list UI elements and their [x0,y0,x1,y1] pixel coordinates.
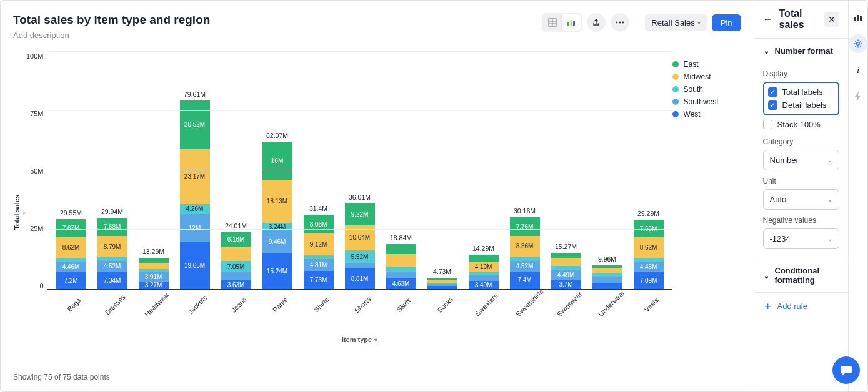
negative-select[interactable]: -1234 ⌄ [763,228,839,249]
bar-segment[interactable]: 4.19M [469,262,499,272]
bar-segment[interactable]: 7.34M [97,272,127,289]
bar-segment[interactable] [469,275,499,280]
bar-segment[interactable] [469,255,499,262]
bar-segment[interactable]: 16M [262,142,292,180]
bar-segment[interactable] [551,258,581,266]
bar-segment[interactable]: 3.63M [221,280,251,289]
description-placeholder[interactable]: Add description [13,31,210,40]
bar-segment[interactable] [427,286,457,289]
checkbox-stack-100[interactable]: Stack 100% [763,118,839,131]
bar-segment[interactable]: 4.81M [304,259,334,270]
rail-settings-button[interactable] [849,34,867,53]
bar-segment[interactable]: 3.91M [139,272,169,282]
bar-column[interactable]: 18.84M4.63M [386,234,416,289]
bar-segment[interactable]: 7.09M [634,272,664,289]
bar-segment[interactable]: 4.49M [551,270,581,280]
legend-item[interactable]: East [672,60,741,69]
bar-segment[interactable] [221,272,251,280]
bar-segment[interactable]: 4.48M [634,262,664,272]
bar-column[interactable]: 14.29M3.49M4.19M [469,245,499,289]
bar-segment[interactable]: 4.46M [56,262,86,272]
bar-segment[interactable] [386,267,416,272]
bar-segment[interactable]: 8.06M [304,215,334,234]
bar-segment[interactable] [386,254,416,267]
bar-segment[interactable] [139,258,169,263]
bar-segment[interactable]: 7.73M [304,271,334,289]
bar-segment[interactable]: 19.65M [180,242,210,289]
bar-segment[interactable]: 7.2M [56,272,86,289]
bar-segment[interactable]: 4.26M [180,204,210,214]
checkbox-detail-labels[interactable]: ✓ Detail labels [768,99,834,112]
bar-segment[interactable]: 3.7M [551,280,581,289]
bar-segment[interactable]: 23.17M [180,149,210,204]
rail-info-button[interactable]: i [849,61,867,79]
bar-segment[interactable]: 15.24M [262,253,292,289]
dataset-dropdown[interactable]: Retail Sales ▾ [645,14,706,31]
bar-segment[interactable]: 7.4M [510,272,540,289]
back-button[interactable]: ← [763,14,773,25]
bar-column[interactable]: 24.01M3.63M7.05M6.16M [221,222,251,289]
legend-item[interactable]: South [672,85,741,94]
legend-item[interactable]: Midwest [672,72,741,81]
bar-segment[interactable] [386,272,416,278]
rail-chart-button[interactable] [849,8,867,27]
more-button[interactable] [611,13,629,32]
chat-fab[interactable] [832,356,860,384]
bar-segment[interactable]: 8.79M [97,236,127,257]
bar-segment[interactable]: 12M [180,214,210,243]
bar-segment[interactable]: 7.05M [221,261,251,272]
bar-column[interactable]: 36.01M8.81M5.52M10.64M9.22M [345,194,375,289]
bar-segment[interactable]: 8.62M [634,237,664,258]
bar-segment[interactable] [592,268,622,274]
bar-segment[interactable]: 4.52M [97,261,127,272]
legend-item[interactable]: West [672,110,741,119]
bar-segment[interactable]: 4.63M [386,278,416,289]
bar-column[interactable]: 13.29M3.27M3.91M [139,248,169,289]
bar-segment[interactable] [221,247,251,261]
bar-segment[interactable]: 7.68M [97,218,127,236]
bar-segment[interactable] [592,283,622,289]
bar-segment[interactable] [345,263,375,268]
bar-segment[interactable]: 9.22M [345,203,375,225]
bar-segment[interactable] [386,244,416,254]
bar-column[interactable]: 29.29M7.09M4.48M8.62M7.55M [634,210,664,289]
bar-segment[interactable]: 18.13M [262,180,292,223]
add-rule-button[interactable]: ＋ Add rule [754,293,848,320]
close-button[interactable]: ✕ [824,12,839,27]
bar-segment[interactable]: 8.86M [510,236,540,257]
bar-segment[interactable]: 9.46M [262,230,292,253]
table-view-button[interactable] [543,14,562,31]
bar-segment[interactable]: 7.67M [56,219,86,237]
category-select[interactable]: Number ⌄ [763,150,839,170]
bar-column[interactable]: 9.96M [592,255,622,289]
bar-column[interactable]: 79.61M19.65M12M4.26M23.17M20.52M [180,91,210,289]
bar-segment[interactable]: 3.49M [469,281,499,289]
bar-column[interactable]: 31.4M7.73M4.81M9.12M8.06M [304,205,334,289]
rail-bolt-button[interactable] [849,87,867,105]
bar-segment[interactable]: 20.52M [180,100,210,149]
bar-segment[interactable]: 5.52M [345,250,375,263]
bar-segment[interactable]: 3.27M [139,282,169,289]
bar-column[interactable]: 29.94M7.34M4.52M8.79M7.68M [97,208,127,289]
bar-segment[interactable] [551,253,581,258]
bar-segment[interactable]: 4.52M [510,261,540,272]
chart-view-button[interactable] [562,14,581,31]
bar-segment[interactable]: 8.62M [56,237,86,258]
section-number-format[interactable]: ⌄ Number format [754,39,848,63]
share-button[interactable] [587,13,606,32]
bar-column[interactable]: 15.27M3.7M4.49M [551,243,581,289]
bar-segment[interactable]: 8.81M [345,268,375,289]
bar-segment[interactable] [139,263,169,270]
bar-segment[interactable]: 7.76M [510,217,540,235]
bar-column[interactable]: 4.73M [427,268,457,289]
section-conditional-formatting[interactable]: ⌄ Conditional formatting [754,258,848,292]
legend-item[interactable]: Southwest [672,97,741,106]
bar-segment[interactable] [592,277,622,283]
unit-select[interactable]: Auto ⌄ [763,189,839,210]
pin-button[interactable]: Pin [712,14,741,31]
bar-column[interactable]: 29.55M7.2M4.46M8.62M7.67M [56,209,86,289]
bar-column[interactable]: 30.16M7.4M4.52M8.86M7.76M [510,207,540,289]
bar-segment[interactable]: 6.16M [221,232,251,247]
checkbox-total-labels[interactable]: ✓ Total labels [768,86,834,99]
bar-segment[interactable]: 9.12M [304,233,334,255]
